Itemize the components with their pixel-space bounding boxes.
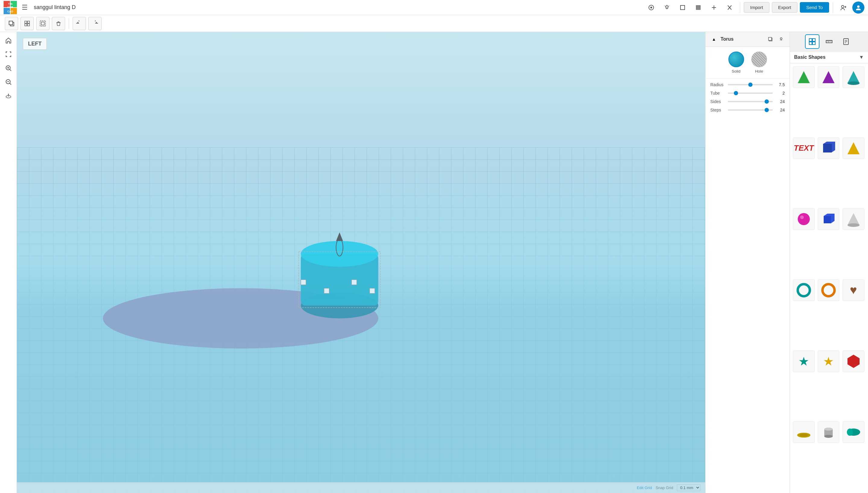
svg-line-37 (9, 83, 11, 85)
shape-item-cylinder[interactable] (818, 421, 839, 443)
view-icon-camera[interactable] (644, 1, 658, 14)
topbar: TIN KER CAD ☰ sanggul lintang D Import E… (0, 0, 868, 15)
radius-slider[interactable] (728, 84, 773, 85)
shape-item-brown-heart[interactable]: ♥ (843, 279, 864, 301)
bottom-bar: Edit Grid Snap Grid 0.1 mm 0.5 mm 1 mm (17, 482, 705, 493)
svg-text:KER: KER (7, 6, 13, 9)
send-to-button[interactable]: Send To (800, 2, 829, 13)
shape-item-yellow-pyramid[interactable] (843, 137, 864, 159)
props-light-icon[interactable] (777, 35, 785, 43)
view-icon-light[interactable] (660, 1, 674, 14)
shape-item-pink-sphere[interactable] (793, 208, 814, 230)
svg-rect-51 (299, 252, 380, 307)
workplane-button[interactable] (2, 90, 15, 102)
main-area: LEFT Edit Grid Snap Grid (0, 32, 868, 493)
panel-nav-icons (790, 32, 868, 51)
shape-item-purple-pyramid[interactable] (818, 66, 839, 88)
shape-item-gold-star[interactable]: ★ (818, 350, 839, 372)
props-copy-icon[interactable] (766, 35, 775, 43)
radius-value: 7.5 (775, 82, 785, 87)
add-user-icon[interactable] (837, 1, 850, 14)
group-button[interactable] (21, 17, 34, 30)
shape-item-blue-cube[interactable] (818, 208, 839, 230)
svg-text:TIN: TIN (8, 2, 13, 5)
svg-rect-45 (301, 280, 306, 285)
shape-item-teal-star[interactable]: ★ (793, 350, 814, 372)
svg-marker-30 (95, 22, 97, 23)
shape-item-white-cone[interactable] (843, 208, 864, 230)
svg-point-76 (798, 213, 810, 225)
svg-point-54 (780, 38, 782, 40)
tinkercad-logo[interactable]: TIN KER CAD (4, 1, 17, 14)
zoom-in-button[interactable] (2, 62, 15, 74)
shape-item-teal-cone[interactable] (843, 66, 864, 88)
home-view-button[interactable] (2, 34, 15, 46)
canvas-scene[interactable] (17, 32, 705, 493)
nav-notes-button[interactable] (839, 34, 853, 49)
shapes-dropdown-icon[interactable]: ▼ (859, 55, 864, 60)
snap-grid-label: Snap Grid (655, 486, 673, 490)
svg-marker-49 (336, 232, 343, 241)
import-button[interactable]: Import (744, 2, 769, 13)
edit-toolbar (0, 15, 868, 32)
svg-point-20 (857, 5, 860, 8)
sides-label: Sides (710, 99, 725, 104)
svg-rect-58 (812, 42, 815, 45)
svg-point-9 (666, 6, 668, 8)
svg-line-11 (665, 6, 665, 6)
solid-option[interactable]: Solid (728, 51, 744, 73)
hamburger-icon[interactable]: ☰ (22, 4, 28, 12)
undo-button[interactable] (73, 17, 86, 30)
redo-button[interactable] (88, 17, 102, 30)
svg-point-8 (650, 7, 652, 8)
tube-value: 2 (775, 91, 785, 95)
view-icon-mirror[interactable] (723, 1, 736, 14)
export-button[interactable]: Export (772, 2, 798, 13)
shape-item-teal-capsule[interactable] (843, 421, 864, 443)
shape-item-green-pyramid[interactable] (793, 66, 814, 88)
svg-rect-59 (826, 40, 832, 43)
svg-rect-56 (812, 39, 815, 41)
shape-item-ring[interactable] (793, 421, 814, 443)
svg-point-41 (103, 288, 378, 349)
fit-view-button[interactable] (2, 48, 15, 60)
profile-icon[interactable] (852, 1, 864, 14)
canvas-area[interactable]: LEFT Edit Grid Snap Grid (17, 32, 705, 493)
zoom-out-button[interactable] (2, 76, 15, 88)
view-icon-align[interactable] (707, 1, 721, 14)
shape-item-blue-box[interactable] (818, 137, 839, 159)
grid-overlay (17, 147, 705, 493)
ungroup-button[interactable] (36, 17, 49, 30)
solid-circle[interactable] (728, 51, 744, 67)
steps-slider[interactable] (728, 109, 773, 111)
shape-item-orange-torus[interactable] (818, 279, 839, 301)
svg-rect-53 (768, 37, 771, 40)
shape-item-teal-torus[interactable] (793, 279, 814, 301)
view-icon-shaded[interactable] (692, 1, 705, 14)
copy-button[interactable] (5, 17, 18, 30)
nav-ruler-button[interactable] (822, 34, 837, 49)
project-name[interactable]: sanggul lintang D (34, 4, 76, 10)
sides-slider[interactable] (728, 101, 773, 102)
svg-rect-26 (27, 24, 29, 26)
text-shape-label: TEXT (794, 144, 814, 153)
shape-item-text[interactable]: TEXT (793, 137, 814, 159)
radius-label: Radius (710, 82, 725, 87)
shape-item-red-gem[interactable] (843, 350, 864, 372)
view-icon-box[interactable] (676, 1, 689, 14)
svg-point-17 (842, 5, 844, 8)
snap-grid-select[interactable]: 0.1 mm 0.5 mm 1 mm (677, 484, 700, 491)
svg-rect-27 (40, 21, 45, 26)
svg-point-90 (847, 429, 853, 436)
nav-grid-button[interactable] (805, 34, 820, 49)
svg-point-71 (847, 81, 860, 85)
svg-point-87 (824, 428, 833, 431)
edit-grid-button[interactable]: Edit Grid (637, 486, 652, 490)
hole-circle[interactable] (751, 51, 767, 67)
props-collapse-button[interactable]: ▲ (710, 35, 718, 43)
tube-slider[interactable] (728, 92, 773, 94)
radius-row: Radius 7.5 (710, 82, 785, 87)
delete-button[interactable] (52, 17, 65, 30)
shapes-title: Basic Shapes (794, 55, 857, 60)
hole-option[interactable]: Hole (751, 51, 767, 73)
